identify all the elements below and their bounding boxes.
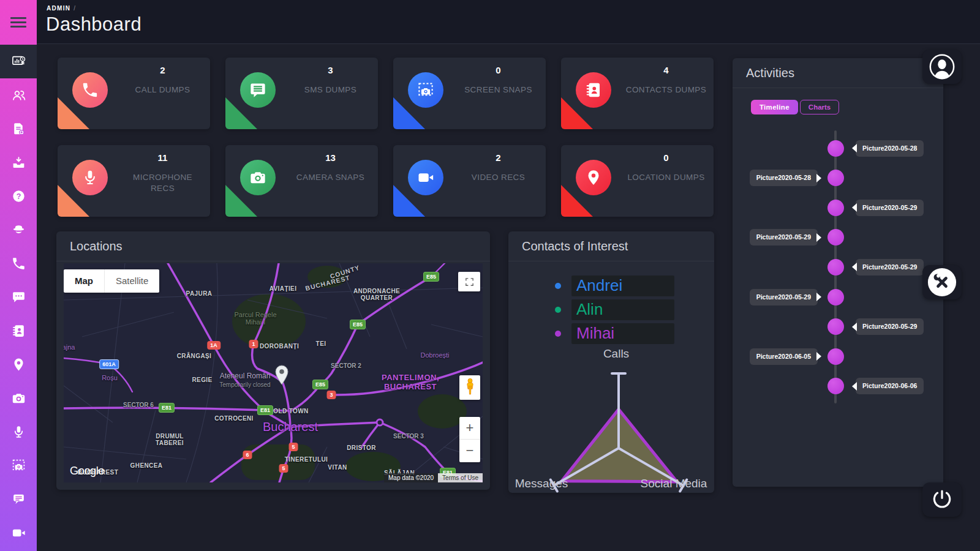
stat-label: LOCATION DUMPS <box>624 172 709 183</box>
camera-icon <box>11 391 26 406</box>
stat-meta: 3SMS DUMPS <box>288 65 373 96</box>
sidebar-item-screen-snaps[interactable] <box>0 449 37 482</box>
stat-label: VIDEO RECS <box>456 172 541 183</box>
help-icon: ? <box>11 189 26 204</box>
stat-card-video-recs[interactable]: 2VIDEO RECS <box>393 145 546 217</box>
page-title: Dashboard <box>46 13 141 36</box>
menu-toggle[interactable] <box>0 0 37 45</box>
report-icon <box>11 121 26 137</box>
sidebar-item-messages[interactable] <box>0 482 37 516</box>
screenshot-icon <box>408 72 443 108</box>
contacts-panel: Contacts of Interest AndreiAlinMihai Cal… <box>508 231 714 493</box>
contacts-legend: AndreiAlinMihai <box>555 276 674 347</box>
locations-title: Locations <box>56 231 490 261</box>
timeline-item[interactable]: Picture2020-05-28 <box>750 170 818 186</box>
stat-value: 2 <box>120 65 205 75</box>
sidebar-item-dashboard[interactable] <box>0 45 37 78</box>
inbox-icon <box>11 155 26 170</box>
google-logo: Google <box>70 465 104 478</box>
timeline-item[interactable]: Picture2020-05-29 <box>856 318 924 335</box>
timeline-item[interactable]: Picture2020-05-29 <box>750 289 818 305</box>
map-type-satellite-button[interactable]: Satellite <box>104 269 159 293</box>
timeline-item[interactable]: Picture2020-05-29 <box>856 259 924 276</box>
stat-card-location-dumps[interactable]: 0LOCATION DUMPS <box>561 145 714 217</box>
sidebar-item-microphone-recs[interactable] <box>0 415 37 449</box>
stat-meta: 0SCREEN SNAPS <box>456 65 541 96</box>
map-type-map-button[interactable]: Map <box>64 269 104 293</box>
zoom-in-button[interactable]: + <box>459 417 480 440</box>
pin-icon <box>11 357 26 372</box>
stat-card-sms-dumps[interactable]: 3SMS DUMPS <box>225 58 378 129</box>
phone-icon <box>11 256 26 271</box>
sidebar-item-camera-snaps[interactable] <box>0 381 37 415</box>
tab-timeline[interactable]: Timeline <box>751 100 798 114</box>
sidebar-item-contacts-dumps[interactable] <box>0 314 37 348</box>
contact-legend-item-alin[interactable]: Alin <box>555 299 674 320</box>
stat-meta: 2VIDEO RECS <box>456 152 541 183</box>
sidebar-item-video-recs[interactable] <box>0 516 37 550</box>
sidebar-item-sms-dumps[interactable] <box>0 280 37 314</box>
activities-panel: Activities Timeline Charts Picture2020-0… <box>733 58 943 487</box>
stat-value: 0 <box>624 152 709 163</box>
tools-button[interactable] <box>922 265 962 299</box>
power-button[interactable] <box>922 482 962 517</box>
stat-meta: 11MICROPHONE RECS <box>120 152 205 194</box>
sidebar-item-users[interactable] <box>0 78 37 112</box>
chat-icon <box>11 290 26 305</box>
stat-card-microphone-recs[interactable]: 11MICROPHONE RECS <box>58 145 210 217</box>
dashboard-icon <box>11 54 26 69</box>
sidebar-item-spy[interactable] <box>0 213 37 247</box>
video-icon <box>11 525 26 541</box>
timeline-dot <box>827 200 844 216</box>
camera-icon <box>240 160 276 195</box>
sidebar-item-reports[interactable] <box>0 112 37 146</box>
stat-card-call-dumps[interactable]: 2CALL DUMPS <box>58 58 210 129</box>
timeline-dot <box>827 170 844 186</box>
screenshot-icon <box>11 458 26 473</box>
contact-name: Mihai <box>571 323 674 344</box>
fullscreen-button[interactable] <box>458 272 480 291</box>
sidebar-item-dumps-inbox[interactable] <box>0 146 37 179</box>
sidebar-item-help[interactable]: ? <box>0 179 37 213</box>
stat-card-screen-snaps[interactable]: 0SCREEN SNAPS <box>393 58 546 129</box>
phone-icon <box>72 72 108 108</box>
locations-panel: Locations <box>56 231 490 490</box>
stat-value: 3 <box>288 65 373 75</box>
stat-label: SMS DUMPS <box>288 84 373 96</box>
stat-meta: 13CAMERA SNAPS <box>288 152 373 183</box>
radar-axis-label: Calls <box>603 347 629 361</box>
pin-icon <box>576 160 611 195</box>
timeline-item[interactable]: Picture2020-05-29 <box>856 200 924 216</box>
stat-card-contacts-dumps[interactable]: 4CONTACTS DUMPS <box>561 58 714 129</box>
timeline: Picture2020-05-28Picture2020-05-28Pictur… <box>733 58 943 487</box>
radar-axis-label: Social Media <box>641 477 707 490</box>
pegman-icon <box>464 378 476 397</box>
timeline-item[interactable]: Picture2020-05-29 <box>750 229 818 246</box>
sidebar-item-call-dumps[interactable] <box>0 247 37 280</box>
stat-cards: 2CALL DUMPS3SMS DUMPS0SCREEN SNAPS4CONTA… <box>58 58 714 217</box>
map[interactable]: COUNTYBUCHARESTPAJURAAVIAȚIEIANDRONACHE … <box>64 263 483 482</box>
terms-of-use-link[interactable]: Terms of Use <box>438 473 483 482</box>
tab-charts[interactable]: Charts <box>800 100 839 114</box>
timeline-dot <box>827 318 844 335</box>
breadcrumb-item[interactable]: ADMIN <box>47 5 70 12</box>
timeline-item[interactable]: Picture2020-05-28 <box>856 140 924 157</box>
timeline-item[interactable]: Picture2020-06-05 <box>750 348 818 365</box>
stat-value: 2 <box>456 152 541 163</box>
sidebar-nav: ? <box>0 45 37 550</box>
pegman-control[interactable] <box>459 375 480 400</box>
legend-dot <box>555 331 561 337</box>
contact-legend-item-andrei[interactable]: Andrei <box>555 276 674 296</box>
zoom-out-button[interactable]: − <box>459 440 480 462</box>
sidebar-item-location-dumps[interactable] <box>0 348 37 381</box>
profile-button[interactable] <box>922 50 962 84</box>
contact-legend-item-mihai[interactable]: Mihai <box>555 323 674 344</box>
timeline-item[interactable]: Picture2020-06-06 <box>856 378 924 394</box>
map-type-control: Map Satellite <box>64 269 159 293</box>
avatar-icon <box>928 53 956 81</box>
timeline-dot <box>827 348 844 365</box>
contacts-title: Contacts of Interest <box>508 231 714 261</box>
stat-card-camera-snaps[interactable]: 13CAMERA SNAPS <box>225 145 378 217</box>
breadcrumb: ADMIN/ <box>47 5 76 12</box>
svg-text:?: ? <box>16 192 21 201</box>
